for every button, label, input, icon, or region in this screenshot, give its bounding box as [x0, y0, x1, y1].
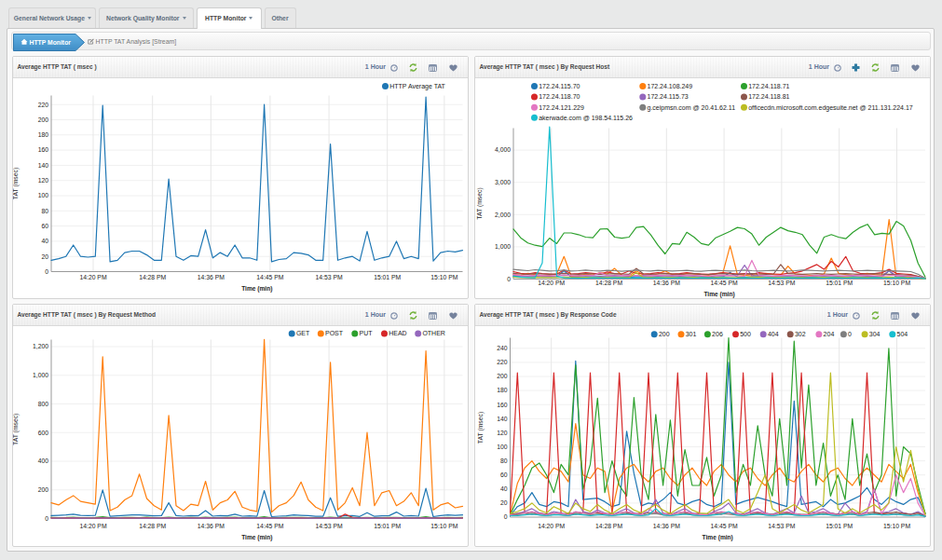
svg-text:204: 204	[824, 331, 835, 337]
svg-text:0: 0	[45, 268, 48, 275]
svg-text:40: 40	[41, 238, 48, 244]
svg-text:15:01 PM: 15:01 PM	[826, 280, 853, 286]
svg-text:180: 180	[38, 131, 49, 138]
svg-text:g.ceipmsn.com @ 20.41.62.11: g.ceipmsn.com @ 20.41.62.11	[648, 104, 736, 112]
svg-text:Time (min): Time (min)	[241, 285, 272, 293]
svg-text:172.24.121.229: 172.24.121.229	[539, 104, 584, 111]
svg-text:172.24.118.71: 172.24.118.71	[748, 83, 789, 89]
svg-text:301: 301	[686, 331, 697, 337]
svg-text:TAT (msec): TAT (msec)	[477, 412, 485, 444]
svg-text:akerwade.com @ 198.54.115.26: akerwade.com @ 198.54.115.26	[539, 115, 633, 121]
svg-text:Time (min): Time (min)	[703, 291, 734, 298]
svg-text:TAT (msec): TAT (msec)	[476, 187, 484, 219]
svg-text:404: 404	[768, 331, 779, 337]
svg-text:14:28 PM: 14:28 PM	[139, 523, 166, 529]
svg-text:14:53 PM: 14:53 PM	[768, 523, 795, 529]
svg-text:14:36 PM: 14:36 PM	[653, 280, 680, 286]
svg-text:14:45 PM: 14:45 PM	[256, 523, 283, 529]
svg-text:1,200: 1,200	[33, 343, 48, 349]
svg-text:120: 120	[38, 177, 49, 184]
svg-text:14:28 PM: 14:28 PM	[595, 523, 622, 529]
svg-text:1,000: 1,000	[33, 372, 48, 378]
svg-text:14:36 PM: 14:36 PM	[653, 523, 680, 529]
svg-text:HTTP Average TAT: HTTP Average TAT	[389, 83, 445, 90]
svg-text:15:10 PM: 15:10 PM	[430, 523, 457, 529]
svg-text:HTTP Monitor: HTTP Monitor	[30, 39, 72, 46]
svg-text:14:20 PM: 14:20 PM	[79, 523, 106, 529]
svg-text:0: 0	[848, 331, 852, 337]
svg-text:0: 0	[504, 513, 508, 520]
svg-text:60: 60	[41, 223, 48, 229]
svg-text:400: 400	[38, 458, 49, 464]
svg-text:14:45 PM: 14:45 PM	[256, 274, 283, 280]
svg-text:220: 220	[497, 359, 508, 365]
svg-text:180: 180	[497, 387, 508, 393]
svg-text:1,000: 1,000	[495, 243, 511, 250]
svg-text:140: 140	[38, 162, 49, 169]
svg-text:304: 304	[869, 331, 881, 337]
svg-text:OTHER: OTHER	[422, 330, 445, 336]
svg-text:0: 0	[507, 276, 511, 282]
svg-text:14:28 PM: 14:28 PM	[595, 280, 622, 286]
svg-text:120: 120	[497, 430, 508, 436]
svg-text:20: 20	[41, 253, 48, 260]
svg-text:TAT (msec): TAT (msec)	[13, 414, 20, 445]
svg-text:800: 800	[38, 401, 49, 407]
svg-text:160: 160	[38, 146, 49, 153]
svg-text:Time (min): Time (min)	[241, 534, 272, 541]
svg-text:60: 60	[500, 471, 508, 478]
svg-text:PUT: PUT	[360, 330, 374, 336]
svg-text:2,000: 2,000	[495, 212, 511, 218]
svg-text:15:01 PM: 15:01 PM	[826, 523, 853, 529]
svg-text:15:01 PM: 15:01 PM	[374, 274, 401, 280]
svg-text:14:36 PM: 14:36 PM	[198, 523, 225, 529]
svg-text:100: 100	[497, 444, 508, 450]
svg-text:172.24.115.70: 172.24.115.70	[539, 83, 580, 89]
svg-text:4,000: 4,000	[495, 146, 511, 153]
svg-text:14:28 PM: 14:28 PM	[139, 274, 166, 280]
svg-text:172.24.118.70: 172.24.118.70	[539, 93, 580, 100]
svg-text:14:53 PM: 14:53 PM	[316, 274, 343, 280]
svg-text:100: 100	[38, 192, 49, 198]
svg-text:40: 40	[500, 485, 508, 492]
svg-text:206: 206	[712, 331, 723, 337]
svg-text:220: 220	[38, 102, 49, 108]
svg-text:504: 504	[897, 331, 908, 337]
svg-text:officecdn.microsoft.com.edgesu: officecdn.microsoft.com.edgesuite.net @ …	[748, 104, 913, 112]
svg-text:14:45 PM: 14:45 PM	[711, 523, 738, 529]
svg-text:600: 600	[38, 430, 49, 436]
svg-text:200: 200	[38, 486, 49, 493]
svg-text:14:53 PM: 14:53 PM	[316, 523, 343, 529]
svg-text:HEAD: HEAD	[389, 330, 406, 336]
svg-text:14:45 PM: 14:45 PM	[711, 280, 738, 286]
svg-text:Time (min): Time (min)	[703, 534, 733, 541]
svg-text:GET: GET	[296, 330, 310, 336]
svg-text:20: 20	[500, 499, 508, 506]
svg-text:15:10 PM: 15:10 PM	[883, 280, 910, 286]
svg-text:200: 200	[38, 116, 49, 123]
svg-text:14:20 PM: 14:20 PM	[79, 274, 106, 280]
svg-text:240: 240	[497, 345, 508, 351]
svg-text:POST: POST	[325, 330, 344, 336]
svg-text:14:20 PM: 14:20 PM	[538, 280, 565, 286]
svg-text:160: 160	[497, 402, 508, 408]
svg-text:200: 200	[497, 373, 508, 379]
svg-text:15:10 PM: 15:10 PM	[430, 274, 457, 280]
svg-text:80: 80	[500, 458, 508, 464]
svg-text:140: 140	[497, 416, 508, 422]
svg-text:14:20 PM: 14:20 PM	[538, 523, 565, 529]
svg-text:14:53 PM: 14:53 PM	[768, 280, 795, 286]
svg-text:0: 0	[45, 515, 48, 522]
svg-text:172.24.115.73: 172.24.115.73	[648, 93, 689, 100]
svg-text:172.24.108.249: 172.24.108.249	[648, 83, 693, 89]
svg-text:200: 200	[659, 331, 670, 337]
svg-text:15:01 PM: 15:01 PM	[374, 523, 401, 529]
svg-text:172.24.118.81: 172.24.118.81	[748, 93, 789, 100]
svg-text:3,000: 3,000	[495, 179, 511, 185]
svg-text:TAT (msec): TAT (msec)	[13, 168, 20, 199]
svg-text:80: 80	[41, 208, 48, 214]
svg-text:500: 500	[740, 331, 751, 337]
svg-text:302: 302	[795, 331, 806, 337]
svg-text:14:36 PM: 14:36 PM	[198, 274, 225, 280]
svg-text:15:10 PM: 15:10 PM	[883, 523, 910, 529]
